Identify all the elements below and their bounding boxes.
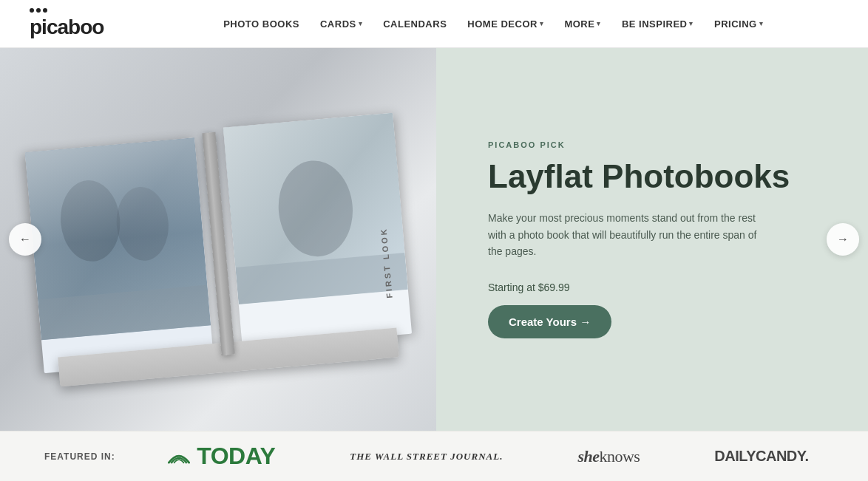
picaboo-pick-label: PICABOO PICK <box>488 140 809 149</box>
logo-dots <box>30 8 47 13</box>
today-arc-icon <box>167 449 191 464</box>
svg-point-2 <box>114 185 172 263</box>
nav-photo-books[interactable]: PHOTO BOOKS <box>223 18 299 30</box>
hero-content: PICABOO PICK Layflat Photobooks Make you… <box>436 48 868 431</box>
main-nav: PHOTO BOOKS CARDS ▾ CALENDARS HOME DECOR… <box>148 18 838 30</box>
book-right-page: FIRST LOOK <box>223 113 412 349</box>
featured-bar: FEATURED IN: TODAY THE WALL STREET JOURN… <box>0 431 868 481</box>
svg-rect-0 <box>25 137 211 340</box>
sheknows-logo: sheknows <box>577 447 640 466</box>
nav-cards[interactable]: CARDS ▾ <box>320 18 362 30</box>
featured-label: FEATURED IN: <box>44 451 115 462</box>
carousel-next-button[interactable]: → <box>827 223 859 256</box>
book-container: FIRST LOOK <box>16 98 423 411</box>
logo-text: picaboo <box>30 16 104 39</box>
nav-home-decor[interactable]: HOME DECOR ▾ <box>467 18 543 30</box>
featured-logos: TODAY THE WALL STREET JOURNAL. sheknows … <box>152 443 824 470</box>
dailycandy-logo: DAILYCANDY. <box>714 448 808 465</box>
left-arrow-icon: ← <box>19 233 31 246</box>
chevron-down-icon: ▾ <box>597 20 601 27</box>
right-arrow-icon: → <box>837 233 849 246</box>
nav-more[interactable]: MORE ▾ <box>564 18 601 30</box>
create-yours-button[interactable]: Create Yours → <box>488 305 611 338</box>
hero-price: Starting at $69.99 <box>488 282 809 293</box>
header: picaboo PHOTO BOOKS CARDS ▾ CALENDARS HO… <box>0 0 868 48</box>
svg-point-1 <box>58 178 123 265</box>
carousel-prev-button[interactable]: ← <box>9 223 41 256</box>
chevron-down-icon: ▾ <box>359 20 363 27</box>
svg-rect-3 <box>38 285 211 341</box>
nav-pricing[interactable]: PRICING ▾ <box>714 18 763 30</box>
logo[interactable]: picaboo <box>30 8 104 39</box>
page-photo-right <box>223 113 408 304</box>
book-left-page <box>25 137 214 373</box>
hero-section: FIRST LOOK ← PICABOO PICK Layflat Photob… <box>0 48 868 431</box>
hero-title: Layflat Photobooks <box>488 158 809 196</box>
nav-be-inspired[interactable]: BE INSPIRED ▾ <box>622 18 694 30</box>
book-mockup: FIRST LOOK <box>0 48 436 431</box>
hero-image: FIRST LOOK ← <box>0 48 436 431</box>
chevron-down-icon: ▾ <box>759 20 764 27</box>
page-photo-left <box>25 137 211 340</box>
chevron-down-icon: ▾ <box>689 20 694 27</box>
wsj-logo: THE WALL STREET JOURNAL. <box>350 451 503 463</box>
nav-calendars[interactable]: CALENDARS <box>383 18 447 30</box>
chevron-down-icon: ▾ <box>540 20 544 27</box>
today-logo: TODAY <box>167 443 275 470</box>
hero-description: Make your most precious moments stand ou… <box>488 210 769 259</box>
